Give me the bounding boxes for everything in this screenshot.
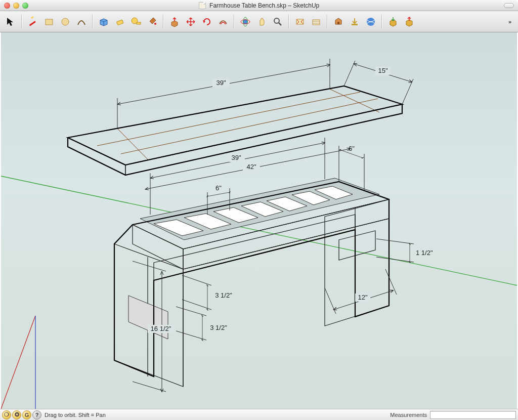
move-tool[interactable] [183,14,198,29]
svg-rect-5 [116,20,123,25]
svg-rect-16 [313,20,320,25]
dim-top-width: 15" [344,61,413,104]
google-earth-tool[interactable] [363,14,378,29]
tape-measure-tool[interactable] [128,14,144,29]
svg-text:39": 39" [231,154,241,161]
circle-tool[interactable] [58,14,73,29]
svg-line-26 [330,89,379,112]
warehouse-share-tool[interactable] [347,14,362,29]
make-component-tool[interactable] [96,14,111,29]
download-model-tool[interactable] [385,14,401,29]
document-icon [199,2,206,9]
svg-rect-17 [337,22,339,24]
svg-marker-28 [125,104,402,175]
title-bar: Farmhouse Table Bench.skp – SketchUp [0,0,518,11]
svg-marker-22 [68,86,402,165]
dim-stretcher: 1 1/2" [376,239,433,262]
svg-marker-29 [68,86,402,165]
svg-line-96 [176,331,206,340]
svg-line-23 [97,92,360,146]
add-location-tool[interactable] [309,14,324,29]
svg-line-87 [133,382,166,392]
bench-frame [114,178,389,387]
svg-line-82 [376,239,414,244]
svg-text:6": 6" [349,145,355,152]
status-hint: Drag to orbit. Shift = Pan [45,412,106,418]
offset-tool[interactable] [215,14,231,29]
svg-text:1 1/2": 1 1/2" [416,249,433,257]
svg-rect-1 [29,21,36,26]
svg-point-13 [274,18,279,23]
line-tool[interactable] [25,14,40,29]
window-title: Farmhouse Table Bench.skp – SketchUp [0,2,518,9]
status-bar: ❍ ✪ G ? Drag to orbit. Shift = Pan Measu… [0,409,518,420]
upload-model-tool[interactable] [402,14,417,29]
svg-text:39": 39" [216,79,226,87]
rotate-tool[interactable] [199,14,214,29]
svg-marker-0 [7,18,13,26]
svg-line-24 [121,99,378,154]
model-canvas[interactable]: 39" 15" [1,32,517,409]
svg-text:16 1/2": 16 1/2" [151,325,171,332]
svg-line-36 [344,61,355,86]
arc-tool[interactable] [74,14,89,29]
dim-apron-lower: 3 1/2" [176,307,227,340]
measurements-input[interactable] [430,411,516,419]
hint-person-icon[interactable]: ✪ [12,410,21,419]
svg-marker-27 [68,138,125,175]
svg-text:12": 12" [358,293,367,301]
orbit-tool[interactable] [238,14,253,29]
svg-rect-2 [31,16,34,19]
select-tool[interactable] [3,14,18,29]
svg-rect-18 [352,24,358,25]
toolbar-overflow-icon[interactable]: » [505,19,515,25]
svg-line-14 [279,23,281,25]
zoom-tool[interactable] [270,14,285,29]
svg-marker-55 [339,231,375,260]
erase-tool[interactable] [112,14,127,29]
help-icon[interactable]: ? [32,410,41,419]
svg-line-86 [133,261,166,271]
axis-red [1,316,35,409]
svg-text:15": 15" [378,67,387,74]
zoom-extents-tool[interactable] [292,14,308,29]
svg-text:6": 6" [215,184,222,192]
window-title-text: Farmhouse Table Bench.skp – SketchUp [209,2,319,9]
hint-geo-icon[interactable]: G [22,410,31,419]
svg-point-4 [62,18,69,25]
toolbar: » [0,11,518,32]
svg-rect-7 [137,22,141,24]
svg-line-78 [385,269,397,295]
pan-tool[interactable] [254,14,269,29]
dim-apron-upper: 3 1/2" [182,275,232,310]
svg-marker-52 [325,199,389,326]
svg-line-83 [376,257,414,262]
svg-text:3 1/2": 3 1/2" [215,291,232,299]
measurements-label: Measurements [390,412,427,418]
svg-line-72 [207,192,230,196]
svg-line-95 [176,307,206,316]
svg-line-91 [182,275,211,285]
svg-line-92 [182,300,211,310]
svg-text:42": 42" [246,163,256,171]
warehouse-get-tool[interactable] [331,14,346,29]
viewport[interactable]: 39" 15" [1,32,517,409]
svg-point-8 [154,23,156,25]
hint-bulb-icon[interactable]: ❍ [2,410,11,419]
status-icons: ❍ ✪ G ? [2,410,41,419]
svg-line-77 [325,288,336,314]
toolbar-toggle-icon[interactable] [504,3,514,8]
svg-line-37 [402,79,413,104]
svg-rect-3 [46,19,53,25]
paint-bucket-tool[interactable] [145,14,160,29]
svg-text:3 1/2": 3 1/2" [210,324,227,331]
rectangle-tool[interactable] [41,14,57,29]
svg-line-25 [117,129,149,160]
push-pull-tool[interactable] [167,14,182,29]
dim-top-length: 39" [117,59,330,129]
